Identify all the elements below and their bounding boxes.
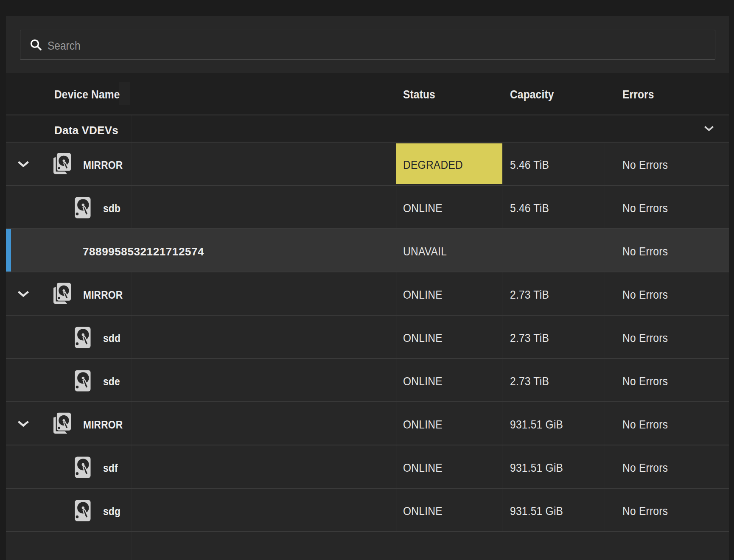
search-box[interactable]	[20, 30, 715, 60]
collapse-group-chevron-icon[interactable]	[704, 125, 714, 132]
column-separator	[131, 143, 132, 185]
device-name: sdd	[103, 317, 120, 359]
device-row-sdb[interactable]: sdb ONLINE 5.46 TiB No Errors	[6, 185, 729, 228]
column-header-status[interactable]: Status	[403, 74, 435, 115]
errors-value: No Errors	[622, 447, 668, 489]
device-name: sdb	[103, 187, 120, 230]
group-label: Data VDEVs	[54, 117, 118, 143]
column-header-errors[interactable]: Errors	[622, 74, 654, 115]
table-header: Device Name Status Capacity Errors	[6, 73, 729, 115]
expand-row-chevron-icon[interactable]	[17, 161, 29, 167]
device-name: MIRROR	[83, 403, 123, 446]
group-row-data-vdevs[interactable]: Data VDEVs	[6, 115, 729, 142]
column-separator	[502, 316, 503, 358]
device-name: 7889958532121712574	[83, 230, 204, 273]
column-separator	[396, 402, 397, 445]
device-row-mirror[interactable]: MIRROR DEGRADED 5.46 TiB No Errors	[6, 142, 729, 185]
capacity-value: 2.73 TiB	[510, 317, 549, 359]
table-end-filler	[6, 531, 729, 560]
column-separator	[131, 115, 132, 142]
devices-screen: { "search": { "placeholder": "Search", "…	[0, 0, 734, 560]
selected-row-indicator	[6, 229, 11, 272]
device-row-mirror[interactable]: MIRROR ONLINE 2.73 TiB No Errors	[6, 272, 729, 315]
hard-disk-icon	[75, 197, 91, 218]
hard-disk-icon	[75, 327, 91, 348]
device-name: sdf	[103, 447, 118, 489]
column-separator	[604, 143, 605, 185]
capacity-value: 2.73 TiB	[510, 360, 549, 403]
capacity-value: 931.51 GiB	[510, 490, 563, 532]
column-separator	[396, 489, 397, 531]
column-separator	[131, 532, 132, 560]
column-separator	[131, 186, 132, 228]
column-separator	[396, 445, 397, 488]
status-value: DEGRADED	[403, 144, 463, 186]
errors-value: No Errors	[622, 230, 668, 273]
column-separator	[131, 445, 132, 488]
mirror-vdev-icon	[53, 412, 72, 434]
device-name: MIRROR	[83, 144, 123, 186]
search-input[interactable]	[48, 32, 605, 58]
column-separator	[502, 272, 503, 315]
device-row-sdg[interactable]: sdg ONLINE 931.51 GiB No Errors	[6, 488, 729, 531]
mirror-vdev-icon	[53, 153, 72, 174]
hard-disk-icon	[75, 370, 91, 392]
column-separator	[131, 402, 132, 445]
status-value: UNAVAIL	[403, 230, 447, 273]
status-value: ONLINE	[403, 403, 443, 446]
mirror-vdev-icon	[53, 283, 72, 304]
device-row-sdd[interactable]: sdd ONLINE 2.73 TiB No Errors	[6, 315, 729, 358]
column-resize-handle[interactable]	[119, 82, 130, 105]
column-separator	[396, 316, 397, 358]
status-value: ONLINE	[403, 274, 443, 316]
status-value: ONLINE	[403, 317, 443, 359]
column-separator	[502, 402, 503, 445]
toolbar	[6, 16, 729, 73]
capacity-value: 2.73 TiB	[510, 274, 549, 316]
errors-value: No Errors	[622, 403, 668, 446]
hard-disk-icon	[75, 456, 91, 478]
column-separator	[396, 272, 397, 315]
column-separator	[131, 489, 132, 531]
errors-value: No Errors	[622, 144, 668, 186]
column-header-device-name[interactable]: Device Name	[54, 74, 120, 115]
column-separator	[502, 186, 503, 228]
device-name: sdg	[103, 490, 120, 532]
status-value: ONLINE	[403, 187, 443, 230]
status-value: ONLINE	[403, 447, 443, 489]
column-header-capacity[interactable]: Capacity	[510, 74, 554, 115]
errors-value: No Errors	[622, 274, 668, 316]
column-separator	[131, 272, 132, 315]
device-name: sde	[103, 360, 120, 403]
column-separator	[604, 359, 605, 401]
capacity-value: 931.51 GiB	[510, 403, 563, 446]
device-row-7889958532121712574[interactable]: 7889958532121712574 UNAVAIL No Errors	[6, 228, 729, 272]
column-separator	[131, 316, 132, 358]
errors-value: No Errors	[622, 490, 668, 532]
devices-panel: Device Name Status Capacity Errors Data …	[6, 16, 729, 560]
device-name: MIRROR	[83, 274, 123, 316]
column-separator	[604, 316, 605, 358]
device-row-mirror[interactable]: MIRROR ONLINE 931.51 GiB No Errors	[6, 401, 729, 445]
column-separator	[396, 359, 397, 401]
device-row-sdf[interactable]: sdf ONLINE 931.51 GiB No Errors	[6, 445, 729, 488]
hard-disk-icon	[75, 500, 91, 521]
expand-row-chevron-icon[interactable]	[17, 420, 29, 427]
column-separator	[396, 186, 397, 228]
column-separator	[502, 359, 503, 401]
column-separator	[604, 272, 605, 315]
column-separator	[604, 186, 605, 228]
expand-row-chevron-icon[interactable]	[17, 291, 29, 297]
errors-value: No Errors	[622, 317, 668, 359]
column-separator	[131, 359, 132, 401]
search-icon	[30, 39, 42, 50]
column-separator	[502, 445, 503, 488]
errors-value: No Errors	[622, 187, 668, 230]
capacity-value: 5.46 TiB	[510, 187, 549, 230]
errors-value: No Errors	[622, 360, 668, 403]
device-row-sde[interactable]: sde ONLINE 2.73 TiB No Errors	[6, 358, 729, 401]
capacity-value: 5.46 TiB	[510, 144, 549, 186]
status-value: ONLINE	[403, 490, 443, 532]
column-separator	[604, 402, 605, 445]
column-separator	[502, 489, 503, 531]
